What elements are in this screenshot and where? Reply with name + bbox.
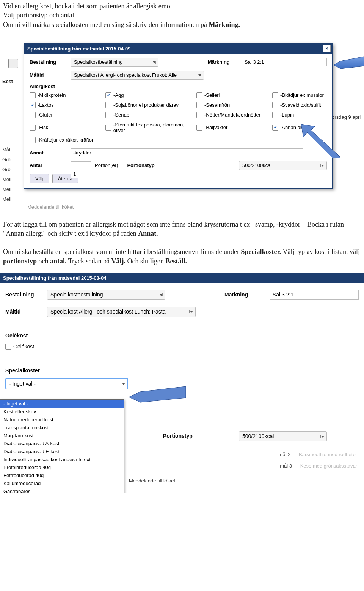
text: Om ni vill märka specialkosten med en sä…	[3, 21, 209, 28]
instruction-block-2: För att lägga till om patienten är aller…	[0, 218, 364, 244]
text: Och slutligen	[127, 257, 166, 265]
arrow-annotation-icon	[292, 124, 341, 158]
dropdown-option[interactable]: Diabetesanpassad A-kost	[0, 440, 124, 448]
checkbox-label: -Mjölkprotein	[38, 92, 66, 98]
allergy-checkbox[interactable]: -Selleri	[196, 92, 272, 98]
checkbox-icon	[272, 125, 278, 131]
allergy-checkbox[interactable]: -Sojabönor el produkter därav	[105, 102, 196, 108]
checkbox-icon	[196, 125, 202, 131]
ghost-label: nål 2	[280, 452, 290, 457]
allergy-checkbox[interactable]: -Sesamfrön	[196, 102, 272, 108]
allergy-checkbox[interactable]: -Blötdjur ex musslor	[272, 92, 337, 98]
row-label: Mell	[2, 177, 12, 186]
select-portionstyp[interactable]: 500/2100kcal	[239, 161, 327, 170]
text: och	[39, 257, 50, 265]
text: Om ni ska beställa en specialkost som ni…	[3, 248, 241, 255]
bold: Välj.	[111, 257, 126, 265]
allergy-checkbox[interactable]: -Fisk	[30, 122, 105, 133]
sidebar-rows: Mål Gröt Gröt Mell Mell Mell	[2, 147, 12, 206]
instruction-block-3: Om ni ska beställa en specialkost som ni…	[0, 243, 364, 271]
text: Välj typ av kost i listan, välj	[282, 248, 359, 255]
checkbox-label: -Kräftdjur ex räkor, kräftor	[38, 137, 93, 143]
select-portionstyp[interactable]: 500/2100kcal	[239, 431, 327, 441]
checkbox-gelekost[interactable]: Gelékost	[5, 343, 359, 350]
checkbox-icon	[196, 112, 202, 118]
text: Tryck sedan på	[68, 257, 111, 265]
checkbox-icon	[30, 112, 36, 118]
row-label: Mål	[2, 147, 12, 157]
label-bestallning: Beställning	[30, 59, 71, 65]
screenshot-1: Best Mål Gröt Gröt Mell Mell Mell orsdag…	[0, 37, 364, 211]
checkbox-icon	[30, 137, 36, 143]
screenshot-2: Specialbeställning från matsedel 2015-03…	[0, 273, 364, 486]
checkbox-label: -Gluten	[38, 112, 54, 118]
dropdown-option[interactable]: Diabetesanpassad E-kost	[0, 448, 124, 455]
dropdown-option[interactable]: Gastropares	[0, 487, 124, 493]
select-bestallning[interactable]: Specialkostbeställning	[47, 290, 165, 300]
input-antal[interactable]	[71, 161, 91, 169]
section-allergikost: Allergikost	[30, 84, 327, 89]
checkbox-icon	[196, 92, 202, 98]
input-annat[interactable]: -kryddor	[71, 148, 303, 157]
bold-label: Annat.	[138, 230, 158, 237]
checkbox-label: -Sesamfrön	[204, 102, 230, 108]
allergy-checkbox[interactable]: -Baljväxter	[196, 122, 272, 133]
arrow-annotation-icon	[334, 56, 364, 71]
allergy-checkbox[interactable]: -Nötter/Mandel/Jordnötter	[196, 112, 272, 118]
row-label: Gröt	[2, 157, 12, 167]
dropdown-option[interactable]: Kost efter skov	[0, 408, 124, 416]
allergy-checkbox[interactable]: -Mjölkprotein	[30, 92, 105, 98]
input-markning[interactable]: Sal 3 2:1	[270, 290, 359, 300]
label-antal: Antal	[30, 162, 71, 168]
text: För att lägga till om patienten är aller…	[3, 221, 344, 237]
allergy-checkbox[interactable]: -Kräftdjur ex räkor, kräftor	[30, 137, 105, 143]
allergy-checkbox[interactable]: -Ägg	[105, 92, 196, 98]
checkbox-label: -Blötdjur ex musslor	[280, 92, 324, 98]
row-label: Mell	[2, 196, 12, 206]
allergy-checkbox[interactable]: -Stenfrukt tex persika, plommon, oliver	[105, 122, 196, 133]
allergy-checkbox[interactable]: -Laktos	[30, 102, 105, 108]
allergy-checkbox[interactable]: -Senap	[105, 112, 196, 118]
checkbox-icon	[30, 92, 36, 98]
ghost-label: mål 3	[280, 463, 292, 469]
checkbox-icon	[272, 112, 278, 118]
bold: portionstyp	[3, 257, 37, 265]
select-specialkoster[interactable]: - Inget val -	[5, 378, 128, 390]
meddelande-label: Meddelande till köket	[129, 478, 175, 484]
dropdown-option[interactable]: - Inget val -	[0, 400, 124, 408]
select-maltid[interactable]: Specialkost Allergi- och specialkost Lun…	[47, 307, 196, 317]
label-maltid: Måltid	[30, 72, 71, 78]
checkbox-icon	[272, 102, 278, 108]
svg-marker-2	[129, 386, 186, 402]
allergy-checkbox[interactable]: -Lupin	[272, 112, 337, 118]
checkbox-label: Gelékost	[13, 343, 34, 350]
dropdown-option[interactable]: Natriumreducerad kost	[0, 416, 124, 424]
dropdown-option[interactable]: Proteinreducerad 40g	[0, 463, 124, 471]
dropdown-option[interactable]: Kaliumreducerad	[0, 479, 124, 487]
checkbox-label: -Sojabönor el produkter därav	[113, 102, 179, 108]
svg-marker-1	[301, 124, 341, 158]
instruction-block-1: Vid en allergikost, bocka i det som pati…	[0, 0, 364, 35]
row-label: Gröt	[2, 167, 12, 177]
allergy-checkbox[interactable]: -Svaveldioxid/sulfit	[272, 102, 337, 108]
checkbox-icon	[105, 112, 111, 118]
checkbox-label: -Baljväxter	[204, 125, 228, 130]
select-bestallning[interactable]: Specialkostbeställning	[71, 58, 158, 67]
input-markning[interactable]: Sal 3 2:1	[242, 58, 327, 66]
antal-suggestion[interactable]: 1	[71, 170, 100, 178]
valj-button[interactable]: Välj	[30, 174, 49, 183]
select-value: - Inget val -	[9, 381, 36, 387]
dropdown-option[interactable]: Individuellt anpassad kost anges i frite…	[0, 455, 124, 463]
dialog-titlebar: Specialbeställning från matsedel 2015-04…	[24, 44, 332, 54]
label-bestallning: Beställning	[5, 291, 47, 298]
print-icon[interactable]	[8, 59, 18, 68]
allergy-checkbox[interactable]: -Gluten	[30, 112, 105, 118]
dropdown-option[interactable]: Mag-tarmkost	[0, 432, 124, 440]
checkbox-label: -Selleri	[204, 92, 220, 98]
close-icon[interactable]: ×	[323, 45, 331, 52]
select-maltid[interactable]: Specialkost Allergi- och specialkost Fru…	[71, 71, 204, 80]
dropdown-option[interactable]: Transplantationskost	[0, 424, 124, 432]
text: Välj portionstyp och antal.	[3, 11, 76, 19]
specialkoster-dropdown[interactable]: - Inget val -Kost efter skovNatriumreduc…	[0, 399, 124, 493]
dropdown-option[interactable]: Fettreducerad 40g	[0, 471, 124, 479]
